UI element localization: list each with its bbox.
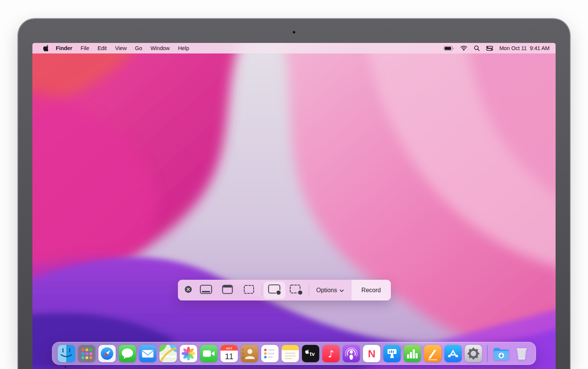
menu-item-go[interactable]: Go	[131, 45, 146, 51]
wifi-icon[interactable]	[460, 46, 467, 51]
record-selected-portion-button[interactable]	[285, 282, 307, 299]
dock-item-photos[interactable]	[180, 345, 197, 362]
dock-item-system-preferences[interactable]	[465, 345, 482, 362]
dock-item-numbers[interactable]	[404, 345, 421, 362]
screenshot-toolbar-main: Options	[178, 280, 351, 300]
dock-item-tv[interactable]: tv	[302, 345, 319, 362]
svg-text:11: 11	[225, 351, 234, 361]
window-outline-icon	[221, 284, 234, 297]
menu-item-finder[interactable]: Finder	[52, 45, 77, 51]
menubar-date: Mon Oct 11	[499, 45, 527, 51]
control-center-icon[interactable]	[486, 46, 493, 51]
capture-entire-screen-button[interactable]	[195, 282, 217, 299]
dock-item-messages[interactable]	[119, 345, 136, 362]
capture-selected-portion-button[interactable]	[238, 282, 260, 299]
dock-separator	[487, 345, 488, 362]
dock-item-notes[interactable]	[282, 345, 299, 362]
selection-record-dot-icon	[289, 283, 303, 297]
dock-item-pages[interactable]	[424, 345, 441, 362]
menubar-clock[interactable]: Mon Oct 11 9:41 AM	[499, 45, 550, 51]
toolbar-divider	[309, 285, 309, 296]
dock-item-music[interactable]: ♪	[322, 345, 340, 362]
dock-item-calendar[interactable]: OCT11	[220, 345, 238, 362]
menu-item-view[interactable]: View	[111, 45, 131, 51]
dock-item-finder[interactable]	[58, 345, 75, 362]
svg-text:♪: ♪	[328, 348, 334, 359]
svg-text:OCT: OCT	[226, 346, 233, 350]
close-button[interactable]	[181, 282, 195, 299]
menu-item-help[interactable]: Help	[174, 45, 193, 51]
macbook-bezel: FinderFileEditViewGoWindowHelp Mon Oct 1…	[18, 19, 570, 369]
screenshot-toolbar: Options Record	[178, 280, 391, 300]
capture-selected-window-button[interactable]	[217, 282, 238, 299]
menubar-menus: FinderFileEditViewGoWindowHelp	[52, 45, 193, 51]
screen-outline-icon	[199, 284, 213, 297]
dock-item-mail[interactable]	[139, 345, 156, 362]
dock-item-launchpad[interactable]	[78, 345, 95, 362]
dashed-selection-icon	[243, 284, 255, 297]
toolbar-divider	[262, 285, 262, 296]
apple-menu-icon[interactable]	[42, 45, 48, 52]
svg-text:tv: tv	[310, 350, 315, 357]
menubar-time: 9:41 AM	[530, 45, 550, 51]
close-x-circle-icon	[184, 285, 193, 295]
record-button[interactable]: Record	[351, 280, 391, 300]
record-entire-screen-button[interactable]	[264, 282, 285, 299]
dock-item-downloads[interactable]	[493, 345, 510, 362]
options-label: Options	[316, 287, 337, 294]
menu-item-edit[interactable]: Edit	[93, 45, 111, 51]
dock-item-keynote[interactable]	[383, 345, 401, 362]
spotlight-search-icon[interactable]	[474, 45, 480, 51]
monterey-wallpaper	[32, 43, 556, 369]
menu-item-window[interactable]: Window	[146, 45, 174, 51]
battery-icon[interactable]	[444, 46, 454, 51]
dock-item-news[interactable]: N	[363, 345, 380, 362]
chevron-down-icon	[340, 287, 344, 294]
options-button[interactable]: Options	[311, 280, 350, 300]
desktop-screen: FinderFileEditViewGoWindowHelp Mon Oct 1…	[32, 43, 556, 369]
dock-item-safari[interactable]	[98, 345, 116, 362]
dock: OCT11tv♪N	[52, 342, 536, 365]
dock-item-app-store[interactable]	[444, 345, 462, 362]
dock-item-podcasts[interactable]	[343, 345, 360, 362]
menu-bar: FinderFileEditViewGoWindowHelp Mon Oct 1…	[32, 43, 556, 53]
facetime-camera	[293, 31, 296, 34]
dock-item-contacts[interactable]	[241, 345, 258, 362]
screen-record-dot-icon	[267, 283, 282, 297]
record-label: Record	[361, 287, 381, 294]
menu-item-file[interactable]: File	[77, 45, 93, 51]
finder-running-indicator	[64, 366, 66, 368]
svg-text:N: N	[368, 348, 375, 360]
capture-mode-buttons	[181, 282, 307, 299]
dock-item-trash[interactable]	[513, 345, 530, 362]
dock-item-maps[interactable]	[159, 345, 177, 362]
dock-item-facetime[interactable]	[200, 345, 217, 362]
dock-item-reminders[interactable]	[261, 345, 279, 362]
